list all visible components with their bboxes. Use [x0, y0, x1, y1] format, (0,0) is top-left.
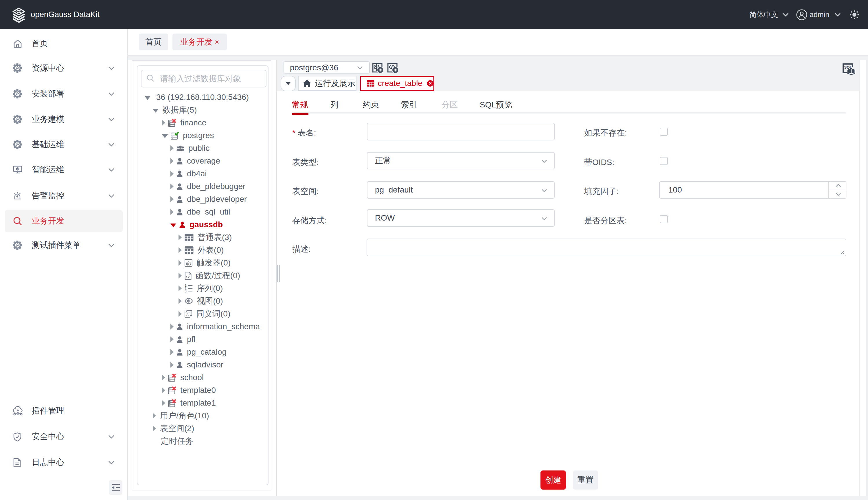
svg-text:SQL: SQL [844, 65, 852, 69]
